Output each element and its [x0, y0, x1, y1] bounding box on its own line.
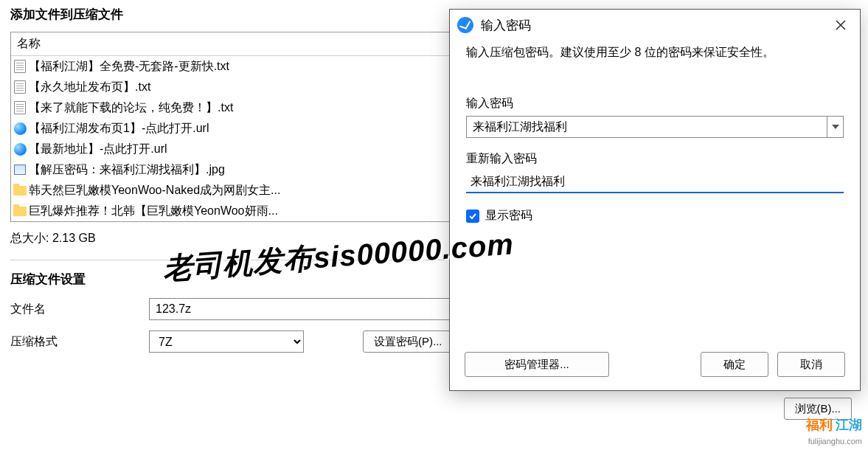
reenter-password-input[interactable]	[466, 171, 844, 193]
format-label: 压缩格式	[10, 334, 149, 350]
dialog-footer: 密码管理器... 确定 取消	[450, 342, 860, 390]
show-password-label: 显示密码	[485, 208, 532, 224]
dialog-titlebar: 输入密码	[450, 10, 860, 41]
enter-password-label: 输入密码	[466, 96, 844, 111]
password-input[interactable]	[467, 117, 827, 137]
filename-input[interactable]	[149, 298, 488, 320]
app-icon	[457, 17, 473, 33]
filename-label: 文件名	[10, 302, 149, 317]
url-file-icon	[14, 122, 27, 135]
close-icon[interactable]	[829, 13, 853, 37]
text-file-icon	[14, 60, 26, 73]
text-file-icon	[14, 101, 26, 114]
dialog-description: 输入压缩包密码。建议使用至少 8 位的密码来保证安全性。	[466, 45, 844, 60]
format-select[interactable]: 7Z	[149, 330, 304, 353]
show-password-row[interactable]: 显示密码	[466, 208, 844, 224]
cancel-button[interactable]: 取消	[777, 352, 845, 377]
password-history-dropdown[interactable]	[827, 117, 843, 137]
folder-icon	[13, 207, 27, 216]
url-file-icon	[14, 143, 27, 156]
image-file-icon	[14, 165, 26, 175]
corner-logo: 福利江湖	[806, 416, 862, 434]
ok-button[interactable]: 确定	[701, 352, 768, 377]
password-combo	[466, 116, 844, 138]
folder-icon	[13, 186, 27, 195]
show-password-checkbox[interactable]	[466, 210, 479, 223]
text-file-icon	[14, 80, 26, 94]
reenter-password-label: 重新输入密码	[466, 151, 844, 167]
set-password-button[interactable]: 设置密码(P)...	[363, 330, 454, 353]
dialog-body: 输入压缩包密码。建议使用至少 8 位的密码来保证安全性。 输入密码 重新输入密码…	[450, 41, 860, 342]
corner-logo-sub: fulijianghu.com	[808, 437, 862, 446]
password-manager-button[interactable]: 密码管理器...	[465, 352, 609, 377]
password-dialog: 输入密码 输入压缩包密码。建议使用至少 8 位的密码来保证安全性。 输入密码 重…	[449, 9, 861, 391]
dialog-title: 输入密码	[481, 17, 829, 34]
